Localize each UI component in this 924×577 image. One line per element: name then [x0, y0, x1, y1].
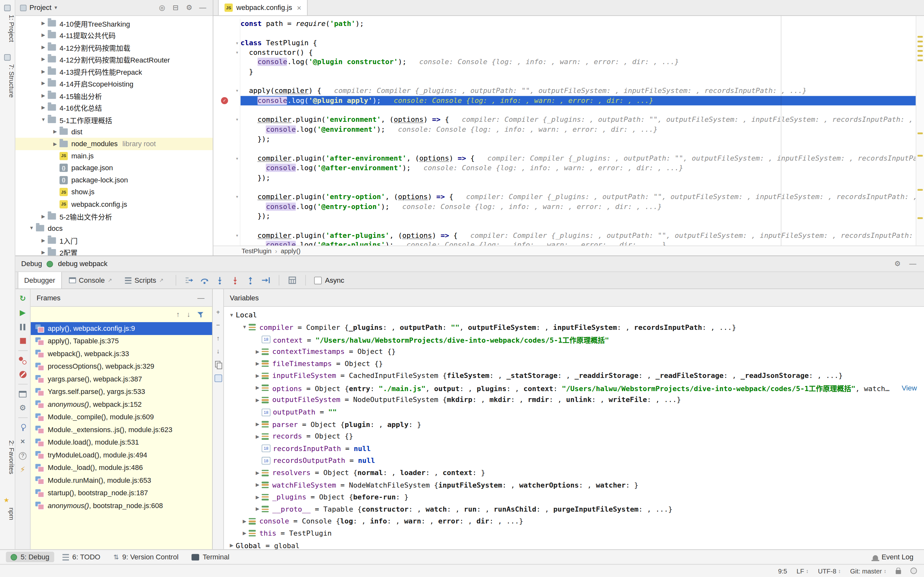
- breakpoint-icon[interactable]: ✓: [221, 97, 228, 104]
- move-watch-down-icon[interactable]: ↓: [216, 348, 220, 355]
- status-item[interactable]: UTF-8↕: [818, 567, 841, 574]
- project-view-dropdown[interactable]: Project: [29, 3, 52, 12]
- frame-row[interactable]: Module._extensions..js(), module.js:623: [31, 424, 212, 436]
- tree-row[interactable]: ▶node_moduleslibrary root: [15, 138, 213, 150]
- stripe-button-favorites[interactable]: 2: Favorites: [0, 440, 15, 474]
- variable-row[interactable]: ▼Local: [224, 309, 924, 321]
- tree-row[interactable]: JSmain.js: [15, 150, 213, 162]
- filter-frames-icon[interactable]: [197, 311, 204, 318]
- tree-expand-icon[interactable]: ▶: [254, 385, 262, 391]
- hide-panel-icon[interactable]: —: [908, 259, 918, 268]
- move-watch-up-icon[interactable]: ↑: [216, 335, 220, 342]
- fold-marker-icon[interactable]: ▾: [236, 153, 239, 163]
- tree-row[interactable]: ▶dist: [15, 126, 213, 138]
- frame-row[interactable]: startup(), bootstrap_node.js:187: [31, 487, 212, 499]
- settings-icon[interactable]: ⚙: [18, 403, 27, 413]
- frame-row[interactable]: Module.runMain(), module.js:653: [31, 474, 212, 487]
- tree-row[interactable]: ▶4-14开启ScopeHoisting: [15, 77, 213, 90]
- frame-row[interactable]: Yargs.self.parse(), yargs.js:533: [31, 385, 212, 398]
- breadcrumb-item[interactable]: apply(): [281, 247, 300, 254]
- editor-gutter[interactable]: [213, 57, 240, 67]
- step-over-icon[interactable]: [197, 272, 211, 288]
- tree-expand-icon[interactable]: ▶: [39, 45, 48, 50]
- highlighting-level-icon[interactable]: [911, 568, 917, 574]
- quick-evaluate-icon[interactable]: ⚡: [18, 465, 27, 474]
- variable-row[interactable]: 18outputPath = "": [224, 406, 924, 418]
- fold-marker-icon[interactable]: ▾: [236, 115, 239, 125]
- tab-scripts[interactable]: Scripts ↗: [120, 272, 170, 288]
- tree-expand-icon[interactable]: ▶: [39, 238, 48, 243]
- hide-panel-icon[interactable]: —: [197, 3, 208, 12]
- tree-expand-icon[interactable]: ▶: [254, 398, 262, 403]
- editor-scrollbar[interactable]: [916, 16, 924, 245]
- run-to-cursor-icon[interactable]: [258, 272, 272, 288]
- editor-gutter[interactable]: [213, 134, 240, 144]
- tree-expand-icon[interactable]: ▶: [39, 213, 48, 219]
- next-frame-icon[interactable]: ↓: [187, 309, 190, 319]
- tree-expand-icon[interactable]: ▼: [228, 313, 236, 318]
- editor-gutter[interactable]: ▾: [213, 86, 240, 96]
- editor-gutter[interactable]: [213, 67, 240, 77]
- tree-row[interactable]: ▶4-15输出分析: [15, 89, 213, 102]
- add-watch-icon[interactable]: +: [216, 309, 220, 316]
- toolwindow-button-debug[interactable]: 5: Debug: [6, 552, 54, 562]
- variable-row[interactable]: ▶_plugins = Object {before-run: }: [224, 491, 924, 503]
- tree-row[interactable]: ▼5-1工作原理概括: [15, 113, 213, 126]
- editor-gutter[interactable]: [213, 201, 240, 211]
- help-icon[interactable]: ?: [18, 451, 27, 460]
- variable-row[interactable]: ▶inputFileSystem = CachedInputFileSystem…: [224, 370, 924, 382]
- tree-expand-icon[interactable]: ▶: [39, 250, 48, 255]
- breadcrumb-item[interactable]: TestPlugin: [242, 247, 271, 254]
- editor-gutter[interactable]: ▾: [213, 38, 240, 48]
- tree-row[interactable]: ▶4-13提升代码性能Prepack: [15, 65, 213, 77]
- fold-marker-icon[interactable]: ▾: [236, 86, 239, 96]
- tree-row[interactable]: ▶1入门: [15, 234, 213, 247]
- variable-row[interactable]: 18recordsInputPath = null: [224, 442, 924, 455]
- variable-row[interactable]: ▶__proto__ = Tapable {constructor: , wat…: [224, 503, 924, 515]
- tree-expand-icon[interactable]: ▶: [39, 69, 48, 74]
- tree-expand-icon[interactable]: ▶: [254, 422, 262, 427]
- tree-expand-icon[interactable]: ▶: [51, 129, 60, 135]
- rerun-icon[interactable]: ↻: [18, 294, 27, 303]
- settings-icon[interactable]: ⚙: [892, 259, 903, 268]
- tree-expand-icon[interactable]: ▶: [254, 494, 262, 500]
- fold-marker-icon[interactable]: ▾: [236, 38, 239, 48]
- lock-icon[interactable]: [896, 570, 901, 574]
- editor-gutter[interactable]: ▾: [213, 115, 240, 125]
- variable-row[interactable]: 18recordsOutputPath = null: [224, 455, 924, 467]
- tree-expand-icon[interactable]: ▶: [51, 141, 60, 147]
- tree-row[interactable]: ▶5-2输出文件分析: [15, 210, 213, 222]
- step-out-icon[interactable]: [243, 272, 257, 288]
- debug-session-label[interactable]: debug webpack: [58, 259, 107, 268]
- status-item[interactable]: Git: master↕: [850, 567, 887, 574]
- tree-row[interactable]: JSwebpack.config.js: [15, 198, 213, 210]
- frame-row[interactable]: Module.load(), module.js:531: [31, 436, 212, 448]
- editor-gutter[interactable]: ✓: [213, 96, 240, 105]
- fold-marker-icon[interactable]: ▾: [236, 230, 239, 240]
- tree-row[interactable]: ▶4-16优化总结: [15, 102, 213, 114]
- stripe-button-project[interactable]: 1: Project: [0, 15, 15, 42]
- locate-file-icon[interactable]: ◎: [157, 3, 168, 12]
- frame-row[interactable]: Module._load(), module.js:486: [31, 461, 212, 474]
- resume-icon[interactable]: ▶: [18, 308, 27, 318]
- editor-tab[interactable]: JS webpack.config.js ×: [218, 0, 308, 15]
- editor-gutter[interactable]: ▾: [213, 192, 240, 201]
- status-item[interactable]: LF↕: [796, 567, 809, 574]
- tree-row[interactable]: ▼docs: [15, 222, 213, 234]
- tree-expand-icon[interactable]: ▶: [254, 482, 262, 488]
- editor-gutter[interactable]: [213, 182, 240, 192]
- force-step-into-icon[interactable]: [228, 272, 242, 288]
- tree-expand-icon[interactable]: ▶: [254, 470, 262, 476]
- tree-row[interactable]: ▶4-12分割代码按需加载: [15, 41, 213, 53]
- tree-expand-icon[interactable]: ▶: [39, 32, 48, 38]
- stripe-button-npm[interactable]: npm: [0, 508, 15, 520]
- settings-icon[interactable]: ⚙: [184, 3, 194, 12]
- tab-console[interactable]: Console ↗: [63, 272, 118, 288]
- variable-row[interactable]: ▶console = Console {log: , info: , warn:…: [224, 515, 924, 527]
- editor-gutter[interactable]: [213, 240, 240, 245]
- editor-gutter[interactable]: [213, 105, 240, 115]
- editor-gutter[interactable]: ▾: [213, 153, 240, 163]
- remove-watch-icon[interactable]: −: [216, 322, 220, 329]
- editor-gutter[interactable]: [213, 173, 240, 182]
- toolwindow-button-event-log[interactable]: Event Log: [868, 552, 918, 562]
